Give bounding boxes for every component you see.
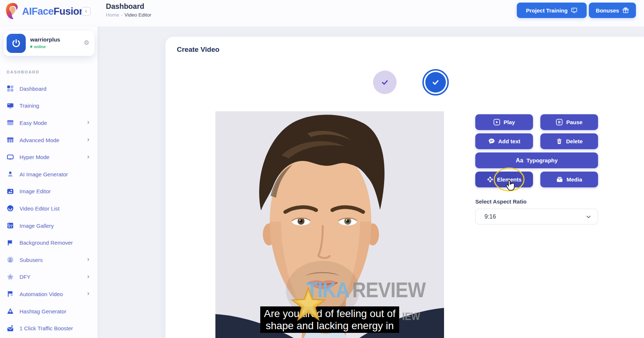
sidebar-item-label: Hyper Mode <box>19 154 50 160</box>
chevron-right-icon: › <box>87 136 89 143</box>
brand-part1: AIFace <box>22 6 54 17</box>
aspect-ratio-label: Select Aspect Ratio <box>475 198 527 205</box>
breadcrumb-current: Video Editor <box>125 12 151 18</box>
check-icon <box>381 78 389 86</box>
hyper-mode-icon <box>7 153 15 161</box>
breadcrumb-home[interactable]: Home <box>106 12 119 18</box>
chevron-right-icon: › <box>87 118 89 126</box>
tv-icon <box>571 7 577 14</box>
advanced-mode-icon <box>7 136 15 144</box>
chevron-down-icon <box>585 213 592 220</box>
user-status: online <box>30 44 46 49</box>
sidebar-item-hyper-mode[interactable]: Hyper Mode › <box>0 148 97 166</box>
sidebar-item-ai-image-generator[interactable]: AI Image Generator <box>0 166 97 183</box>
chevron-right-icon: › <box>87 290 89 297</box>
watermark-partial-text: IEW <box>402 310 420 323</box>
delete-label: Delete <box>566 138 583 144</box>
user-status-label: online <box>34 44 46 49</box>
sidebar-item-label: Background Remover <box>19 240 73 246</box>
gear-icon[interactable]: ⚙ <box>84 39 89 46</box>
add-text-button[interactable]: Add text <box>475 133 533 149</box>
play-button[interactable]: Play <box>475 114 533 130</box>
avatar <box>7 34 26 53</box>
sidebar-item-video-editor-list[interactable]: Video Editor List <box>0 200 97 217</box>
pause-icon <box>556 119 563 126</box>
watermark-word2: REVIEW <box>352 278 425 302</box>
trash-icon <box>556 138 563 145</box>
brand-name: AIFaceFusion <box>22 6 85 17</box>
video-preview-canvas[interactable]: TIKAREVIEW IEW Are you tired of feeling … <box>215 111 444 338</box>
training-icon <box>7 102 15 110</box>
media-label: Media <box>566 176 582 183</box>
typography-aa-icon: Aa <box>516 157 523 164</box>
aspect-ratio-value: 9:16 <box>484 213 585 220</box>
subusers-icon <box>7 256 15 264</box>
brand-logo-icon <box>4 2 21 20</box>
topbar: AIFaceFusion ‹ Dashboard Home-Video Edit… <box>0 0 644 26</box>
sidebar-item-training[interactable]: Training <box>0 97 97 115</box>
step-indicator-2-active[interactable] <box>422 69 449 96</box>
hashtag-generator-icon <box>7 307 15 315</box>
sidebar-item-label: Image Editor <box>19 188 51 194</box>
elements-label: Elements <box>497 176 522 183</box>
sidebar-item-automation-video[interactable]: Automation Video › <box>0 285 97 303</box>
sidebar-item-traffic-booster[interactable]: 1 Click Traffic Booster <box>0 320 97 337</box>
typography-button[interactable]: Aa Typography <box>475 152 598 168</box>
video-caption-overlay[interactable]: Are you tired of feeling out of shape an… <box>260 306 399 333</box>
pause-label: Pause <box>566 119 582 125</box>
project-training-label: Project Training <box>526 7 568 14</box>
media-box-icon <box>556 176 563 183</box>
chevron-right-icon: › <box>87 273 89 280</box>
sidebar-item-label: Easy Mode <box>19 120 47 126</box>
chevron-right-icon: › <box>87 255 89 263</box>
gift-icon <box>622 7 629 14</box>
sidebar-item-image-editor[interactable]: Image Editor <box>0 183 97 200</box>
sidebar-item-label: Image Gallery <box>19 223 54 229</box>
sidebar-item-label: Dashboard <box>19 86 46 92</box>
brand-part2: Fusion <box>54 6 85 17</box>
sidebar: warriorplus online ⚙ DASHBOARD Dashboard… <box>0 26 97 338</box>
aspect-ratio-select[interactable]: 9:16 <box>475 209 598 224</box>
step-indicator-1-completed[interactable] <box>373 71 397 94</box>
sidebar-item-label: Video Editor List <box>19 205 60 212</box>
bonuses-button[interactable]: Bonuses <box>589 3 636 18</box>
main-content-card: Create Video <box>165 37 644 338</box>
sidebar-item-label: 1 Click Traffic Booster <box>19 325 73 331</box>
user-name: warriorplus <box>30 36 60 43</box>
create-video-heading: Create Video <box>177 46 219 54</box>
elements-diamonds-icon <box>487 176 494 183</box>
sidebar-section-label: DASHBOARD <box>7 70 40 74</box>
typography-label: Typography <box>526 157 558 163</box>
sidebar-item-label: Subusers <box>19 257 43 263</box>
sidebar-item-label: AI Image Generator <box>19 171 68 177</box>
sidebar-item-easy-mode[interactable]: Easy Mode › <box>0 114 97 132</box>
elements-button[interactable]: Elements <box>475 172 533 187</box>
dashboard-icon <box>7 84 15 93</box>
sidebar-item-background-remover[interactable]: Background Remover <box>0 234 97 251</box>
editor-tool-panel: Play Pause Add text Delete Aa Typography… <box>475 114 598 187</box>
power-icon <box>11 38 21 48</box>
sidebar-item-dashboard[interactable]: Dashboard <box>0 80 97 97</box>
user-card: warriorplus online ⚙ <box>4 31 94 56</box>
sidebar-item-label: Hashtag Generator <box>19 308 67 314</box>
sidebar-menu: Dashboard Training Easy Mode › Advanced … <box>0 80 97 337</box>
pause-button[interactable]: Pause <box>540 114 598 130</box>
page-title: Dashboard <box>106 2 144 11</box>
project-training-button[interactable]: Project Training <box>517 3 587 18</box>
sidebar-item-dfy[interactable]: DFY › <box>0 269 97 286</box>
sidebar-item-label: Training <box>19 103 39 109</box>
traffic-booster-icon <box>7 324 15 332</box>
delete-button[interactable]: Delete <box>540 133 598 149</box>
media-button[interactable]: Media <box>540 172 598 187</box>
sidebar-item-label: DFY <box>19 274 31 280</box>
sidebar-collapse-button[interactable]: ‹ <box>82 7 90 16</box>
automation-video-icon <box>7 290 15 298</box>
sidebar-item-image-gallery[interactable]: Image Gallery <box>0 217 97 234</box>
sidebar-item-hashtag-generator[interactable]: Hashtag Generator <box>0 303 97 320</box>
play-icon <box>493 119 500 126</box>
sidebar-item-subusers[interactable]: Subusers › <box>0 251 97 269</box>
play-label: Play <box>504 119 515 125</box>
sidebar-item-advanced-mode[interactable]: Advanced Mode › <box>0 132 97 149</box>
watermark-star-icon <box>291 287 326 321</box>
check-icon <box>432 78 440 86</box>
